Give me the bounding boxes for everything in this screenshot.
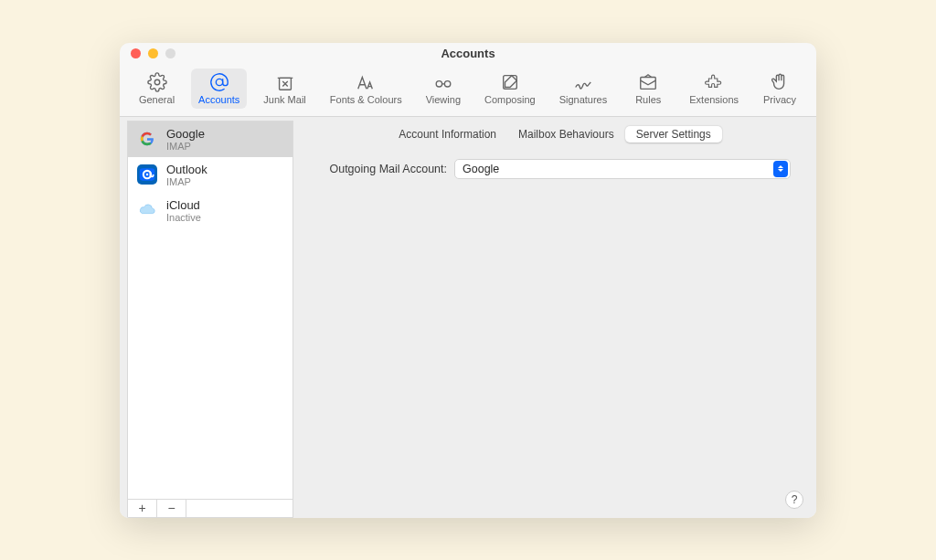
outgoing-mail-row: Outgoing Mail Account: Google	[301, 148, 809, 190]
accounts-sidebar: Google IMAP Outlook IMAP	[127, 121, 293, 518]
toolbar-signatures[interactable]: Signatures	[552, 69, 615, 109]
add-account-button[interactable]: +	[128, 500, 157, 517]
account-subtitle: IMAP	[166, 141, 205, 152]
preferences-window: Accounts General Accounts Junk Mail Font…	[120, 43, 816, 518]
toolbar-label: Signatures	[559, 94, 608, 105]
font-icon	[355, 72, 377, 92]
at-icon	[208, 72, 230, 92]
toolbar-label: Composing	[484, 94, 536, 105]
account-item-outlook[interactable]: Outlook IMAP	[128, 157, 292, 193]
signature-icon	[572, 72, 594, 92]
puzzle-icon	[703, 72, 725, 92]
window-title: Accounts	[120, 47, 816, 60]
svg-point-3	[436, 80, 441, 86]
hand-icon	[769, 72, 791, 92]
titlebar: Accounts	[120, 43, 816, 65]
icloud-icon	[137, 200, 157, 220]
toolbar-privacy[interactable]: Privacy	[755, 69, 804, 109]
svg-point-1	[216, 79, 222, 85]
toolbar-label: Extensions	[689, 94, 739, 105]
sidebar-footer: + −	[128, 499, 292, 517]
toolbar-viewing[interactable]: Viewing	[419, 69, 468, 109]
toolbar-label: General	[139, 94, 175, 105]
account-name: iCloud	[166, 198, 201, 212]
main-panel: Account Information Mailbox Behaviours S…	[301, 121, 809, 518]
select-arrows-icon	[773, 161, 788, 177]
account-item-google[interactable]: Google IMAP	[128, 122, 292, 157]
svg-rect-6	[641, 77, 656, 89]
toolbar-label: Junk Mail	[263, 94, 305, 105]
content-area: Google IMAP Outlook IMAP	[120, 117, 816, 518]
account-subtitle: Inactive	[166, 212, 201, 223]
outgoing-mail-select[interactable]: Google	[454, 159, 791, 179]
toolbar-label: Rules	[635, 94, 661, 105]
select-value: Google	[463, 163, 499, 175]
account-item-icloud[interactable]: iCloud Inactive	[128, 193, 292, 228]
settings-tabs: Account Information Mailbox Behaviours S…	[301, 121, 809, 148]
tab-server-settings[interactable]: Server Settings	[625, 126, 722, 143]
google-icon	[137, 129, 157, 149]
help-button[interactable]: ?	[785, 491, 803, 509]
tab-mailbox-behaviours[interactable]: Mailbox Behaviours	[507, 126, 625, 143]
gear-icon	[146, 72, 168, 92]
tab-account-information[interactable]: Account Information	[388, 126, 507, 143]
toolbar-label: Viewing	[426, 94, 461, 105]
toolbar-label: Accounts	[198, 94, 239, 105]
rules-icon	[637, 72, 659, 92]
account-subtitle: IMAP	[166, 176, 207, 187]
toolbar-label: Privacy	[763, 94, 796, 105]
account-name: Outlook	[166, 163, 207, 176]
outgoing-mail-label: Outgoing Mail Account:	[319, 163, 447, 175]
remove-account-button[interactable]: −	[157, 500, 186, 517]
svg-point-0	[154, 79, 160, 85]
trash-icon	[274, 72, 296, 92]
toolbar-rules[interactable]: Rules	[623, 69, 673, 109]
toolbar-accounts[interactable]: Accounts	[191, 69, 247, 109]
toolbar-fonts-colours[interactable]: Fonts & Colours	[323, 69, 410, 109]
toolbar-composing[interactable]: Composing	[477, 69, 543, 109]
toolbar-label: Fonts & Colours	[330, 94, 402, 105]
sidebar-footer-spacer	[186, 500, 292, 517]
svg-point-9	[146, 174, 149, 176]
toolbar-junk-mail[interactable]: Junk Mail	[256, 69, 313, 109]
compose-icon	[499, 72, 521, 92]
account-list: Google IMAP Outlook IMAP	[128, 122, 292, 499]
toolbar-extensions[interactable]: Extensions	[682, 69, 746, 109]
glasses-icon	[432, 72, 454, 92]
toolbar: General Accounts Junk Mail Fonts & Colou…	[120, 65, 816, 117]
svg-point-4	[444, 80, 450, 86]
outlook-icon	[137, 164, 157, 185]
account-name: Google	[166, 127, 205, 141]
toolbar-general[interactable]: General	[132, 69, 182, 109]
